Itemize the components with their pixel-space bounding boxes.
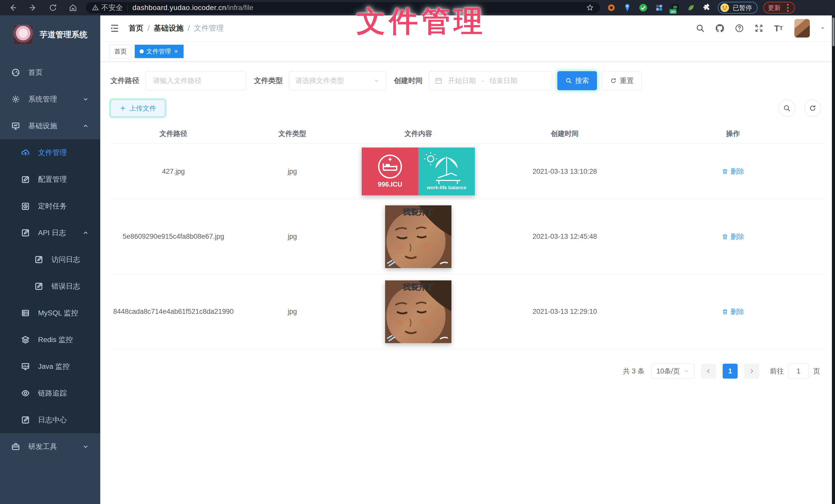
sidebar-item-api-logs[interactable]: API 日志	[0, 219, 100, 246]
app-title: 芋道管理系统	[40, 29, 87, 40]
sidebar-item-java-monitor[interactable]: Java 监控	[0, 353, 100, 380]
extension-grid-icon[interactable]	[654, 3, 664, 12]
end-date-placeholder: 结束日期	[489, 76, 517, 85]
hamburger-icon[interactable]	[109, 23, 120, 34]
prev-page-button[interactable]	[701, 364, 716, 379]
extension-green-check-icon[interactable]	[638, 3, 648, 12]
file-table: 文件路径 文件类型 文件内容 创建时间 操作 427.jpg jpg	[110, 123, 825, 349]
browser-back-icon[interactable]	[8, 3, 18, 13]
sidebar-item-system-management[interactable]: 系统管理	[0, 86, 100, 112]
tag-file-management[interactable]: 文件管理	[135, 45, 184, 58]
created-time-cell: 2021-03-13 12:45:48	[488, 233, 641, 240]
sidebar-item-access-logs[interactable]: 访问日志	[0, 246, 100, 273]
reset-button[interactable]: 重置	[602, 71, 642, 90]
address-bar[interactable]: 不安全 dashboard.yudao.iocoder.cn/infra/fil…	[86, 2, 600, 13]
browser-menu-icon[interactable]	[786, 4, 790, 12]
chevron-down-icon	[373, 78, 380, 84]
page-content: 文件路径 文件类型 请选择文件类型 创建时间 开始日期 - 结束日期 搜索 重置	[100, 62, 835, 504]
edit-icon	[21, 175, 30, 184]
breadcrumb-home[interactable]: 首页	[128, 23, 143, 34]
bookmark-star-icon[interactable]	[586, 4, 594, 12]
chevron-up-icon	[82, 123, 89, 129]
java-monitor-icon	[21, 362, 30, 371]
extension-switch-icon[interactable]: on	[670, 3, 680, 12]
next-page-button[interactable]	[744, 364, 759, 379]
browser-reload-icon[interactable]	[48, 3, 58, 13]
breadcrumb-infrastructure[interactable]: 基础设施	[154, 23, 184, 34]
search-icon	[565, 77, 572, 84]
refresh-table-button[interactable]	[804, 100, 821, 117]
extension-blue-pin-icon[interactable]	[623, 3, 632, 12]
scrollbar-thumb[interactable]	[832, 18, 834, 46]
file-path-cell: 5e8609290e915c4fa8b08e67.jpg	[110, 233, 236, 240]
browser-update-button[interactable]: 更新	[763, 2, 795, 14]
sidebar-item-link-tracing[interactable]: 链路追踪	[0, 380, 100, 406]
update-label: 更新	[768, 4, 781, 12]
tag-home[interactable]: 首页	[109, 45, 131, 58]
logo-avatar-image	[13, 25, 33, 44]
extensions-puzzle-icon[interactable]	[702, 3, 712, 12]
gear-icon	[11, 95, 20, 104]
file-preview-meme-image[interactable]: 我裂开了	[385, 205, 451, 268]
window-scrollbar[interactable]	[832, 16, 835, 504]
extension-leaf-icon[interactable]	[687, 3, 696, 12]
cloud-upload-icon	[21, 148, 30, 157]
sidebar-item-error-logs[interactable]: 错误日志	[0, 273, 100, 300]
page-size-select[interactable]: 10条/页	[651, 364, 694, 379]
page-number-button[interactable]: 1	[722, 364, 737, 379]
help-icon[interactable]	[734, 23, 745, 34]
create-time-label: 创建时间	[394, 76, 423, 86]
paused-label: 已暂停	[733, 4, 752, 12]
file-path-input[interactable]	[145, 71, 246, 90]
avatar-caret-icon[interactable]	[819, 25, 826, 31]
header-search-icon[interactable]	[695, 23, 706, 34]
file-type-cell: jpg	[236, 233, 348, 240]
sidebar-item-log-center[interactable]: 日志中心	[0, 406, 100, 433]
log-center-icon	[21, 416, 30, 424]
delete-link[interactable]: 删除	[721, 167, 744, 176]
github-icon[interactable]	[715, 23, 725, 34]
svg-text:我裂开了: 我裂开了	[403, 283, 434, 291]
security-warning-icon[interactable]: 不安全	[92, 3, 123, 13]
app-logo[interactable]: 芋道管理系统	[0, 16, 100, 54]
file-preview-996icu-image[interactable]: 996.ICU work-life balance	[362, 148, 475, 195]
sidebar-item-infrastructure[interactable]: 基础设施	[0, 112, 100, 139]
table-header-row: 文件路径 文件类型 文件内容 创建时间 操作	[110, 123, 825, 144]
goto-page-input[interactable]	[788, 364, 809, 379]
sidebar-item-dev-tools[interactable]: 研发工具	[0, 433, 100, 460]
sidebar-item-home[interactable]: 首页	[0, 59, 100, 86]
sidebar-item-config-management[interactable]: 配置管理	[0, 166, 100, 193]
table-row: 427.jpg jpg 996.ICU	[110, 144, 825, 199]
show-search-toggle-button[interactable]	[778, 100, 795, 117]
browser-forward-icon[interactable]	[28, 3, 38, 13]
infrastructure-submenu: 文件管理 配置管理 定时任务 API 日志 访问日志 错误日志	[0, 139, 100, 433]
extension-orange-icon[interactable]	[607, 3, 616, 12]
navbar: 首页 / 基础设施 / 文件管理 TT	[100, 16, 835, 41]
security-label: 不安全	[101, 3, 123, 13]
user-avatar[interactable]	[794, 19, 810, 38]
sidebar-item-file-management[interactable]: 文件管理	[0, 139, 100, 166]
chevron-down-icon	[82, 443, 89, 450]
sidebar-item-mysql-monitor[interactable]: MySQL 监控	[0, 300, 100, 327]
sidebar-item-scheduled-tasks[interactable]: 定时任务	[0, 193, 100, 219]
file-type-label: 文件类型	[254, 76, 283, 86]
delete-link[interactable]: 删除	[721, 307, 744, 316]
delete-link[interactable]: 删除	[721, 232, 744, 241]
sidebar-item-redis-monitor[interactable]: Redis 监控	[0, 327, 100, 353]
search-button[interactable]: 搜索	[557, 71, 597, 90]
extensions-row: on	[607, 3, 712, 12]
fullscreen-icon[interactable]	[754, 23, 764, 34]
file-type-select[interactable]: 请选择文件类型	[289, 71, 386, 90]
file-preview-meme-image[interactable]: 我裂开了	[385, 280, 451, 343]
url-path: /infra/file	[226, 4, 253, 12]
chevron-down-icon	[82, 96, 89, 103]
calendar-icon	[435, 77, 443, 85]
pagination: 共 3 条 10条/页 1 前往 页	[110, 364, 825, 379]
close-icon[interactable]	[174, 49, 179, 54]
browser-home-icon[interactable]	[68, 3, 78, 13]
upload-file-button[interactable]: 上传文件	[110, 100, 165, 117]
profile-paused-button[interactable]: 已暂停	[718, 2, 758, 14]
font-size-icon[interactable]: TT	[773, 23, 783, 34]
main-area: 首页 / 基础设施 / 文件管理 TT 首页 文件管理 文件路径	[100, 16, 835, 504]
date-range-picker[interactable]: 开始日期 - 结束日期	[429, 71, 552, 90]
